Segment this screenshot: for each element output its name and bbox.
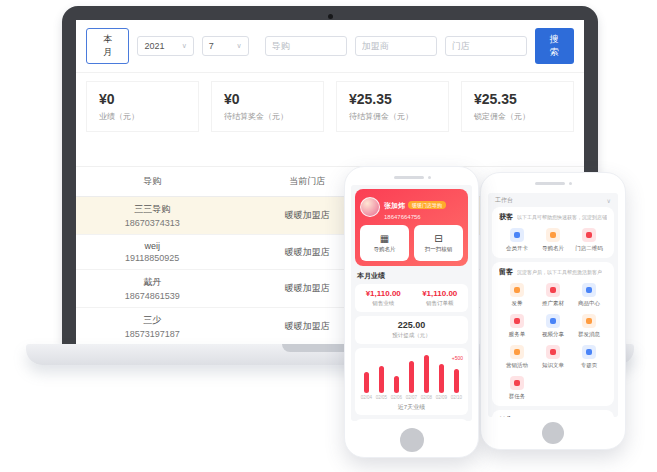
stats-row: ¥0 业绩（元） ¥0 待结算奖金（元） ¥25.35 待结算佣金（元） ¥25… xyxy=(76,73,584,140)
chart-title: 近7天业绩 xyxy=(359,403,464,412)
metric-label: 销售订单额 xyxy=(412,300,469,307)
tool-marketing-activity[interactable]: 营销活动 xyxy=(499,345,535,369)
section-description: 以下工具可帮助您快速获客，沉淀到店铺 xyxy=(517,214,607,220)
stat-label: 锁定佣金（元） xyxy=(474,111,561,122)
tool-label: 发券 xyxy=(512,300,523,307)
store-qrcode-icon xyxy=(582,228,596,242)
tool-grid: 发券 推广素材 商品中心 服务单 xyxy=(499,283,607,400)
guide-search-input[interactable] xyxy=(265,36,347,56)
month-performance-title: 本月业绩 xyxy=(357,271,466,281)
metric-order-amount: ¥1,110.00 销售订单额 xyxy=(412,289,469,307)
home-button[interactable] xyxy=(542,422,564,444)
tool-product-center[interactable]: 商品中心 xyxy=(571,283,607,307)
store-search-input[interactable] xyxy=(445,36,527,56)
tool-label: 群发消息 xyxy=(578,331,600,338)
topic-page-icon xyxy=(582,345,596,359)
profile-badge: 暖暖门店导购 xyxy=(408,201,446,209)
tool-member-card[interactable]: 会员开卡 xyxy=(499,228,535,252)
dashboard-toolbar: 本月 2021 ∨ 7 ∨ 搜索 xyxy=(76,20,584,73)
section-title: 留客 xyxy=(499,267,513,277)
qrcode-icon: ▦ xyxy=(380,234,389,244)
tool-promo-material[interactable]: 推广素材 xyxy=(535,283,571,307)
sales-card: 销售 快速下单，助力销售 开单 扫码 核销 xyxy=(492,410,614,417)
tool-service-order[interactable]: 服务单 xyxy=(499,314,535,338)
search-button[interactable]: 搜索 xyxy=(535,28,574,64)
home-button[interactable] xyxy=(400,428,424,452)
metric-value: ¥1,110.00 xyxy=(355,289,412,298)
stat-value: ¥0 xyxy=(224,91,311,107)
chart-bar xyxy=(424,355,429,393)
guide-card-button[interactable]: ▦ 导购名片 xyxy=(360,225,409,261)
profile-texts: 张加炜暖暖门店导购 18647664756 xyxy=(384,194,446,220)
guide-phone: 18573197187 xyxy=(76,329,228,339)
group-task-icon xyxy=(510,376,524,390)
chart-annotation: +500 xyxy=(452,355,463,361)
chevron-down-icon[interactable]: ∨ xyxy=(607,197,611,204)
month-filter-button[interactable]: 本月 xyxy=(86,28,129,64)
stat-card-locked-commission: ¥25.35 锁定佣金（元） xyxy=(461,81,574,132)
guide-name: 三三导购 xyxy=(76,203,228,216)
tool-label: 营销活动 xyxy=(506,362,528,369)
metric-label: 销售业绩 xyxy=(355,300,412,307)
month-select-value: 7 xyxy=(209,41,214,51)
stat-value: ¥0 xyxy=(99,91,186,107)
tool-label: 推广素材 xyxy=(542,300,564,307)
tool-guide-card[interactable]: 导购名片 xyxy=(535,228,571,252)
phone-guide-dashboard: 张加炜暖暖门店导购 18647664756 ▦ 导购名片 ⊟ 扫一扫核销 xyxy=(344,166,479,458)
laptop-camera xyxy=(328,14,333,19)
guide-name: 三少 xyxy=(76,314,228,327)
x-tick: 02/06 xyxy=(391,395,402,400)
profile-header-card: 张加炜暖暖门店导购 18647664756 ▦ 导购名片 ⊟ 扫一扫核销 xyxy=(355,189,468,266)
tool-label: 会员开卡 xyxy=(506,245,528,252)
profile-row: 张加炜暖暖门店导购 18647664756 xyxy=(360,194,463,220)
guide-phone: 19118850925 xyxy=(76,253,228,263)
metric-value: ¥1,110.00 xyxy=(412,289,469,298)
x-tick: 02/04 xyxy=(361,395,372,400)
tool-store-qrcode[interactable]: 门店二维码 xyxy=(571,228,607,252)
tool-group-message[interactable]: 群发消息 xyxy=(571,314,607,338)
coupon-icon xyxy=(510,283,524,297)
stat-value: ¥25.35 xyxy=(474,91,561,107)
tool-label: 视频分享 xyxy=(542,331,564,338)
guide-phone: 18670374313 xyxy=(76,218,228,228)
chart-x-labels: 02/04 02/05 02/06 02/07 02/08 02/09 02/1… xyxy=(359,395,464,400)
tool-video-share[interactable]: 视频分享 xyxy=(535,314,571,338)
x-tick: 02/10 xyxy=(451,395,462,400)
tool-knowledge-article[interactable]: 知识文章 xyxy=(535,345,571,369)
tool-label: 导购名片 xyxy=(542,245,564,252)
year-select-value: 2021 xyxy=(144,41,164,51)
chart-bar xyxy=(364,372,369,393)
chart-bar xyxy=(454,369,459,393)
guide-cell: 戴丹 18674861539 xyxy=(76,276,228,301)
franchisee-search-input[interactable] xyxy=(355,36,437,56)
guide-cell: 三少 18573197187 xyxy=(76,314,228,339)
metric-sales: ¥1,110.00 销售业绩 xyxy=(355,289,412,307)
product-center-icon xyxy=(582,283,596,297)
scan-icon: ⊟ xyxy=(434,234,442,244)
stat-card-performance: ¥0 业绩（元） xyxy=(86,81,199,132)
x-tick: 02/05 xyxy=(376,395,387,400)
section-title: 获客 xyxy=(499,212,513,222)
member-card-icon xyxy=(510,228,524,242)
x-tick: 02/09 xyxy=(436,395,447,400)
tool-grid: 会员开卡 导购名片 门店二维码 xyxy=(499,228,607,252)
commission-value: 225.00 xyxy=(355,320,468,330)
year-select[interactable]: 2021 ∨ xyxy=(137,36,193,56)
chevron-down-icon: ∨ xyxy=(237,42,242,50)
avatar xyxy=(360,197,380,217)
tool-coupon[interactable]: 发券 xyxy=(499,283,535,307)
month-select[interactable]: 7 ∨ xyxy=(202,36,249,56)
guide-cell: 三三导购 18670374313 xyxy=(76,203,228,228)
tool-label: 门店二维码 xyxy=(575,245,603,252)
bar-chart: +500 xyxy=(359,353,464,393)
scan-verify-button[interactable]: ⊟ 扫一扫核销 xyxy=(414,225,463,261)
tool-group-task[interactable]: 群任务 xyxy=(499,376,535,400)
profile-phone: 18647664756 xyxy=(384,214,446,220)
guide-name: weij xyxy=(76,241,228,251)
tool-topic-page[interactable]: 专题页 xyxy=(571,345,607,369)
stat-label: 待结算奖金（元） xyxy=(224,111,311,122)
action-label: 导购名片 xyxy=(374,246,396,253)
tool-label: 专题页 xyxy=(581,362,598,369)
quick-actions: ▦ 导购名片 ⊟ 扫一扫核销 xyxy=(360,225,463,261)
phone-speaker xyxy=(535,182,565,185)
